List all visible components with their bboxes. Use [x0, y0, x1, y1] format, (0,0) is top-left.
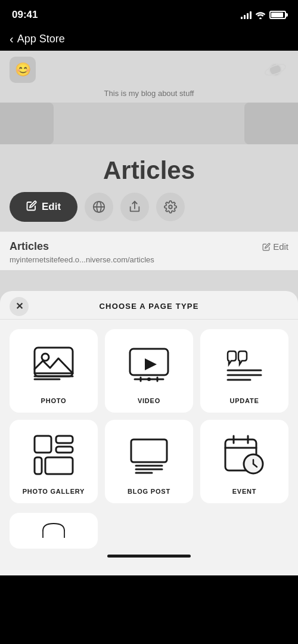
- page-type-blog-post[interactable]: BLOG POST: [105, 420, 193, 503]
- svg-rect-24: [56, 447, 73, 453]
- planet-icon-button[interactable]: [262, 57, 288, 83]
- settings-button[interactable]: [156, 193, 185, 221]
- nav-bar: ‹ App Store: [0, 30, 298, 51]
- share-button[interactable]: [120, 193, 149, 221]
- top-action-bar: 😊: [0, 51, 298, 86]
- page-title: Articles: [0, 156, 298, 185]
- modal-sheet: ✕ CHOOSE A PAGE TYPE PHOTO: [0, 291, 298, 575]
- svg-rect-26: [45, 457, 73, 474]
- share-icon: [128, 200, 141, 213]
- svg-point-16: [147, 377, 151, 381]
- modal-header: ✕ CHOOSE A PAGE TYPE: [0, 291, 298, 320]
- planet-icon: [265, 59, 286, 80]
- svg-point-9: [42, 354, 49, 361]
- video-type-icon: [110, 339, 188, 390]
- status-bar: 09:41: [0, 0, 298, 30]
- update-type-icon: [205, 339, 284, 390]
- globe-button[interactable]: [85, 193, 113, 221]
- home-indicator: [107, 555, 191, 558]
- face-icon-button[interactable]: 😊: [10, 57, 36, 83]
- page-title-section: Articles: [0, 144, 298, 192]
- page-types-grid: PHOTO VIDEO: [0, 320, 298, 513]
- gear-icon: [164, 200, 177, 213]
- page-type-partial[interactable]: [10, 513, 98, 549]
- photo-label: PHOTO: [41, 397, 67, 404]
- modal-title: CHOOSE A PAGE TYPE: [99, 302, 198, 311]
- svg-rect-8: [35, 348, 73, 376]
- svg-point-7: [169, 205, 172, 209]
- photo-type-icon: [14, 339, 93, 390]
- edit-button-label: Edit: [42, 201, 61, 213]
- status-time: 09:41: [12, 9, 38, 21]
- svg-marker-14: [145, 358, 157, 370]
- svg-rect-27: [131, 439, 167, 462]
- page-info-row: Articles Edit: [10, 240, 288, 253]
- blog-post-type-icon: [110, 429, 188, 481]
- svg-rect-23: [56, 436, 73, 443]
- banner-area: [0, 103, 298, 144]
- action-buttons-row: Edit: [0, 192, 298, 231]
- page-info-section: Articles Edit myinternetsitefeed.o...niv…: [0, 231, 298, 270]
- main-content: 😊 This is my blog about stuff Articles: [0, 51, 298, 575]
- edit-button[interactable]: Edit: [10, 192, 77, 222]
- signal-bars-icon: [241, 11, 252, 19]
- status-icons: [241, 11, 286, 19]
- wifi-icon: [255, 11, 266, 19]
- banner-left-image: [0, 103, 54, 144]
- video-label: VIDEO: [138, 397, 160, 404]
- svg-point-0: [259, 17, 262, 19]
- photo-gallery-label: PHOTO GALLERY: [23, 488, 85, 495]
- event-type-icon: [205, 429, 284, 481]
- svg-rect-25: [35, 457, 42, 474]
- page-info-edit-label: Edit: [273, 242, 288, 252]
- page-type-photo-gallery[interactable]: PHOTO GALLERY: [10, 420, 98, 503]
- edit-pencil-icon: [26, 200, 37, 213]
- face-emoji: 😊: [15, 62, 31, 78]
- close-icon: ✕: [15, 301, 23, 312]
- back-arrow-icon[interactable]: ‹: [10, 32, 14, 46]
- page-info-name: Articles: [10, 240, 49, 253]
- edit-small-icon: [262, 243, 271, 251]
- photo-gallery-type-icon: [14, 429, 93, 481]
- modal-close-button[interactable]: ✕: [10, 297, 29, 316]
- page-type-event[interactable]: EVENT: [200, 420, 288, 503]
- battery-icon: [269, 11, 286, 19]
- page-type-update[interactable]: UPDATE: [200, 329, 288, 413]
- page-type-video[interactable]: VIDEO: [105, 329, 193, 413]
- update-label: UPDATE: [229, 397, 259, 404]
- page-info-edit-button[interactable]: Edit: [262, 242, 288, 252]
- globe-icon: [92, 200, 105, 213]
- page-type-photo[interactable]: PHOTO: [10, 329, 98, 413]
- partial-row: [0, 513, 298, 549]
- blog-subtitle: This is my blog about stuff: [0, 89, 298, 98]
- store-icon: [39, 520, 69, 538]
- page-info-url: myinternetsitefeed.o...niverse.com/artic…: [10, 255, 288, 264]
- blog-post-label: BLOG POST: [128, 488, 170, 495]
- nav-title[interactable]: App Store: [17, 33, 65, 45]
- event-label: EVENT: [232, 488, 257, 495]
- svg-rect-22: [35, 436, 51, 453]
- banner-right-image: [244, 103, 298, 144]
